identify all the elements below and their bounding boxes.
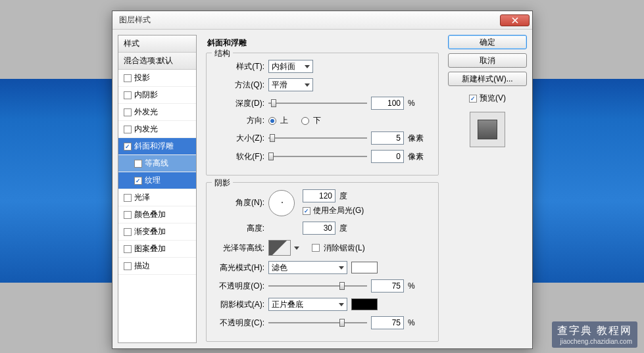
blend-options-row[interactable]: 混合选项:默认	[118, 53, 196, 70]
style-item-label: 图案叠加	[134, 243, 166, 254]
gloss-contour-picker[interactable]	[268, 240, 291, 256]
preview-label: 预览(V)	[480, 93, 506, 104]
style-item-11[interactable]: 描边	[118, 258, 196, 275]
style-item-checkbox[interactable]	[124, 228, 132, 236]
shadow-mode-combo[interactable]: 正片叠底	[268, 298, 347, 311]
gloss-contour-label: 光泽等高线:	[213, 243, 264, 254]
antialias-label: 消除锯齿(L)	[324, 243, 365, 254]
altitude-unit: 度	[339, 223, 347, 234]
style-item-4[interactable]: 斜面和浮雕	[118, 138, 196, 155]
new-style-button[interactable]: 新建样式(W)...	[448, 72, 527, 86]
ok-button[interactable]: 确定	[448, 35, 527, 49]
style-item-label: 渐变叠加	[134, 226, 166, 237]
shadow-opacity-slider[interactable]	[268, 317, 367, 329]
style-item-2[interactable]: 外发光	[118, 104, 196, 121]
style-item-checkbox[interactable]	[124, 262, 132, 270]
close-button[interactable]	[500, 14, 530, 26]
depth-slider[interactable]	[268, 97, 367, 109]
watermark-url: jiaocheng.chazidian.com	[557, 338, 632, 345]
style-item-label: 内发光	[134, 124, 158, 135]
styles-header: 样式	[118, 35, 196, 53]
style-item-9[interactable]: 渐变叠加	[118, 224, 196, 241]
close-icon	[512, 17, 518, 24]
style-item-1[interactable]: 内阴影	[118, 87, 196, 104]
angle-unit: 度	[339, 191, 347, 202]
direction-up-label: 上	[280, 115, 288, 126]
depth-input[interactable]: 100	[371, 97, 404, 110]
direction-up-radio[interactable]	[268, 117, 276, 125]
style-combo[interactable]: 内斜面	[268, 60, 313, 73]
style-item-checkbox[interactable]	[124, 108, 132, 116]
style-item-label: 内阴影	[134, 89, 158, 101]
style-item-label: 外发光	[134, 106, 158, 118]
style-item-5[interactable]: 等高线	[118, 155, 196, 172]
style-item-checkbox[interactable]	[124, 126, 132, 133]
angle-input[interactable]: 120	[303, 189, 335, 202]
soften-unit: 像素	[408, 151, 426, 162]
style-item-checkbox[interactable]	[124, 211, 132, 219]
style-item-label: 纹理	[145, 175, 161, 186]
direction-down-radio[interactable]	[301, 117, 309, 125]
angle-dial[interactable]	[268, 190, 295, 216]
highlight-mode-combo[interactable]: 滤色	[268, 261, 347, 274]
soften-slider[interactable]	[268, 151, 367, 162]
shadow-mode-label: 阴影模式(A):	[213, 299, 264, 310]
soften-label: 软化(F):	[213, 151, 264, 162]
style-item-checkbox[interactable]	[124, 245, 132, 253]
style-item-checkbox[interactable]	[134, 160, 142, 168]
highlight-opacity-unit: %	[408, 281, 426, 291]
shading-group: 阴影 角度(N): 120 度 使用全局光(G)	[206, 182, 439, 342]
watermark-title: 查字典 教程网	[557, 324, 632, 338]
structure-legend: 结构	[212, 48, 233, 59]
style-item-label: 颜色叠加	[134, 209, 166, 220]
size-slider[interactable]	[268, 132, 367, 144]
style-item-checkbox[interactable]	[124, 143, 132, 151]
soften-input[interactable]: 0	[371, 150, 404, 163]
style-label: 样式(T):	[213, 61, 264, 72]
highlight-opacity-input[interactable]: 75	[371, 279, 404, 293]
panel-title: 斜面和浮雕	[206, 36, 439, 53]
style-item-checkbox[interactable]	[124, 91, 132, 99]
highlight-opacity-slider[interactable]	[268, 280, 367, 292]
style-item-checkbox[interactable]	[124, 74, 132, 82]
depth-unit: %	[408, 99, 426, 108]
style-item-8[interactable]: 颜色叠加	[118, 206, 196, 224]
titlebar[interactable]: 图层样式	[112, 11, 532, 30]
direction-down-label: 下	[313, 115, 321, 126]
style-item-label: 投影	[134, 72, 150, 83]
preview-checkbox[interactable]	[469, 95, 477, 103]
global-light-checkbox[interactable]	[303, 207, 310, 215]
style-item-label: 等高线	[145, 158, 168, 169]
direction-label: 方向:	[213, 115, 264, 126]
technique-combo[interactable]: 平滑	[268, 78, 313, 91]
style-item-0[interactable]: 投影	[118, 70, 196, 87]
style-item-3[interactable]: 内发光	[118, 121, 196, 138]
shadow-color-swatch[interactable]	[351, 298, 378, 310]
style-item-checkbox[interactable]	[134, 177, 142, 185]
style-item-10[interactable]: 图案叠加	[118, 241, 196, 258]
styles-list: 样式 混合选项:默认 投影内阴影外发光内发光斜面和浮雕等高线纹理光泽颜色叠加渐变…	[118, 35, 197, 343]
cancel-button[interactable]: 取消	[448, 53, 527, 68]
size-input[interactable]: 5	[371, 131, 404, 145]
shading-legend: 阴影	[212, 177, 233, 189]
dialog-title: 图层样式	[119, 14, 500, 26]
style-item-checkbox[interactable]	[124, 194, 132, 202]
highlight-mode-label: 高光模式(H):	[213, 262, 264, 273]
altitude-label: 高度:	[213, 223, 264, 234]
antialias-checkbox[interactable]	[312, 244, 320, 252]
size-label: 大小(Z):	[213, 133, 264, 144]
shadow-opacity-unit: %	[408, 318, 426, 327]
preview-swatch	[478, 120, 497, 139]
watermark: 查字典 教程网 jiaocheng.chazidian.com	[552, 321, 637, 348]
angle-label: 角度(N):	[213, 197, 264, 208]
global-light-label: 使用全局光(G)	[313, 205, 364, 216]
highlight-opacity-label: 不透明度(O):	[213, 281, 264, 292]
altitude-input[interactable]: 30	[303, 222, 335, 235]
highlight-color-swatch[interactable]	[351, 262, 378, 273]
shadow-opacity-input[interactable]: 75	[371, 316, 404, 329]
structure-group: 结构 样式(T): 内斜面 方法(Q): 平滑 深度(D): 100 % 方向:	[206, 53, 439, 176]
style-item-7[interactable]: 光泽	[118, 189, 196, 206]
dialog-buttons: 确定 取消 新建样式(W)... 预览(V)	[448, 35, 527, 343]
style-item-6[interactable]: 纹理	[118, 172, 196, 189]
shadow-opacity-label: 不透明度(C):	[213, 318, 264, 329]
